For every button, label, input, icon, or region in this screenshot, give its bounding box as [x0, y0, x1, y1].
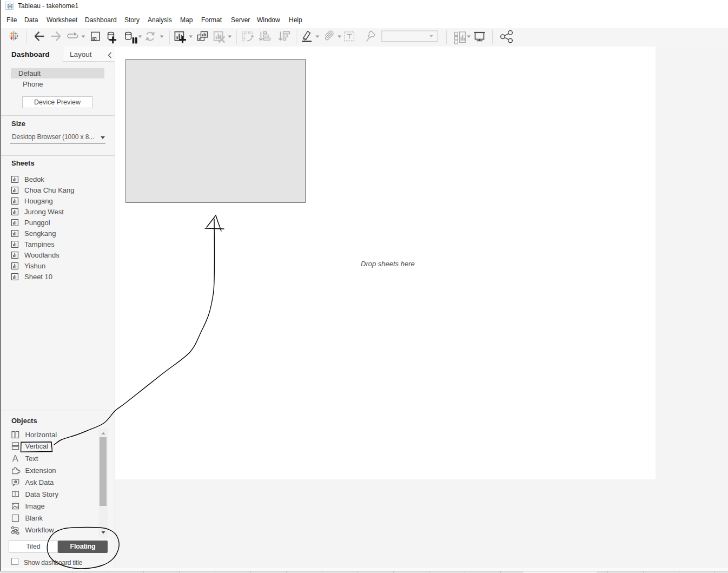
- svg-text:A: A: [12, 453, 18, 463]
